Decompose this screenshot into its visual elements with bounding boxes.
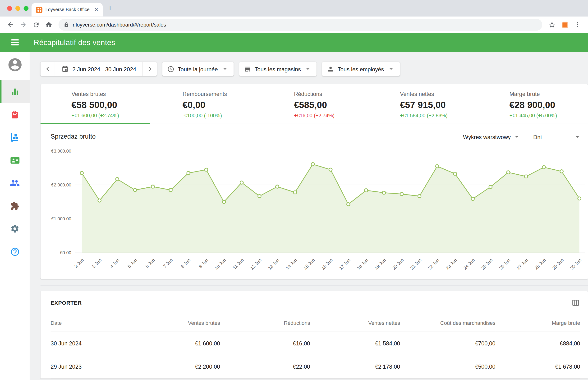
stat-label: Réductions: [294, 91, 335, 97]
chevron-down-icon: [221, 65, 229, 73]
secure-lock-icon[interactable]: [64, 22, 69, 27]
integrations-puzzle-icon: [10, 201, 20, 211]
col-gross-sales: Ventes brutes: [125, 314, 220, 332]
stat-tab-gross-sales[interactable]: Ventes brutes €58 500,00 +€1 600,00 (+2.…: [41, 84, 150, 124]
forward-icon[interactable]: [17, 19, 29, 31]
col-discounts: Réductions: [220, 314, 310, 332]
new-tab-button[interactable]: +: [108, 4, 112, 12]
stat-label: Ventes nettes: [400, 91, 448, 97]
sales-summary-card: Ventes brutes €58 500,00 +€1 600,00 (+2.…: [41, 84, 588, 279]
chart-period-select[interactable]: Dni: [533, 133, 581, 140]
table-row[interactable]: 29 Jun 2023 €2 200,00 €22,00 €2 178,00 €…: [51, 355, 580, 378]
stat-delta: +€1 600,00 (+2.74%): [71, 113, 119, 118]
svg-text:16 Jun: 16 Jun: [320, 258, 333, 270]
sidebar-item-customers[interactable]: [0, 149, 30, 171]
svg-text:9 Jun: 9 Jun: [198, 258, 209, 269]
stat-value: €28 900,00: [509, 100, 557, 110]
browser-toolbar: r.loyverse.com/dashboard/#/report/sales: [0, 17, 588, 33]
browser-window: Loyverse Back Office ✕ + r.loyverse.com/…: [0, 0, 588, 380]
date-range-button[interactable]: 2 Jun 2024 - 30 Jun 2024: [55, 62, 142, 76]
svg-text:23 Jun: 23 Jun: [445, 258, 458, 270]
app-header: Récapitulatif des ventes: [0, 33, 588, 52]
back-icon[interactable]: [4, 19, 17, 31]
svg-text:12 Jun: 12 Jun: [249, 258, 263, 270]
svg-text:10 Jun: 10 Jun: [214, 258, 227, 270]
svg-text:3 Jun: 3 Jun: [91, 258, 102, 269]
stat-tab-discounts[interactable]: Réductions €585,00 +€16,00 (+2.74%): [259, 84, 369, 124]
stat-tab-refunds[interactable]: Remboursements €0,00 -€100,00 (-100%): [150, 84, 260, 124]
svg-text:28 Jun: 28 Jun: [534, 258, 547, 270]
table-header-row: Date Ventes brutes Réductions Ventes net…: [51, 314, 580, 332]
browser-tab-strip: Loyverse Back Office ✕ +: [0, 0, 588, 17]
cell-cost-of-goods: €500,00: [400, 355, 495, 378]
browser-tab[interactable]: Loyverse Back Office ✕: [32, 3, 103, 17]
svg-text:14 Jun: 14 Jun: [285, 258, 298, 270]
employee-filter-dropdown[interactable]: Tous les employés: [322, 62, 400, 76]
stat-delta: +€1 584,00 (+2.83%): [400, 113, 448, 118]
col-net-sales: Ventes nettes: [310, 314, 400, 332]
main-content: 2 Jun 2024 - 30 Jun 2024 Toute la journé…: [30, 52, 588, 380]
chevron-down-icon: [387, 65, 395, 73]
svg-text:€3,000.00: €3,000.00: [51, 149, 71, 153]
sidebar-item-employees[interactable]: [0, 171, 30, 194]
stat-label: Marge brute: [509, 91, 557, 97]
employee-filter-label: Tous les employés: [338, 66, 384, 72]
sidebar: [0, 52, 30, 380]
store-filter-dropdown[interactable]: Tous les magasins: [239, 62, 317, 76]
browser-menu-kebab-icon[interactable]: [571, 19, 584, 31]
svg-text:25 Jun: 25 Jun: [480, 258, 493, 270]
stat-tab-gross-profit[interactable]: Marge brute €28 900,00 +€1 445,00 (+5.00…: [478, 84, 588, 124]
extension-icon[interactable]: [559, 19, 571, 31]
cell-gross-profit: €1 678,00: [495, 355, 580, 378]
table-row[interactable]: 30 Jun 2024 €1 600,00 €16,00 €1 584,00 €…: [51, 332, 580, 355]
sidebar-item-inventory[interactable]: [0, 126, 30, 149]
cell-gross-sales: €2 200,00: [125, 355, 220, 378]
url-bar[interactable]: r.loyverse.com/dashboard/#/report/sales: [59, 19, 542, 31]
chart-type-select[interactable]: Wykres warstwowy: [463, 133, 521, 140]
stats-tabs: Ventes brutes €58 500,00 +€1 600,00 (+2.…: [41, 84, 588, 124]
date-range-control: 2 Jun 2024 - 30 Jun 2024: [41, 62, 157, 76]
chart-type-label: Wykres warstwowy: [463, 133, 511, 140]
chevron-left-icon: [43, 65, 52, 73]
settings-gear-icon: [10, 224, 20, 234]
reports-bar-chart-icon: [10, 87, 20, 96]
previous-period-button[interactable]: [41, 62, 55, 76]
bookmark-star-icon[interactable]: [546, 19, 558, 31]
cell-date: 29 Jun 2023: [51, 355, 125, 378]
sidebar-item-settings[interactable]: [0, 217, 30, 240]
stat-value: €0,00: [182, 100, 227, 110]
time-filter-label: Toute la journée: [178, 66, 218, 72]
sidebar-item-help[interactable]: [0, 240, 30, 263]
svg-text:30 Jun: 30 Jun: [569, 258, 582, 270]
sidebar-item-integrations[interactable]: [0, 194, 30, 217]
reload-icon[interactable]: [30, 19, 42, 31]
next-period-button[interactable]: [142, 62, 157, 76]
stat-value: €58 500,00: [71, 100, 119, 110]
svg-text:26 Jun: 26 Jun: [498, 258, 511, 270]
cell-gross-profit: €884,00: [495, 332, 580, 355]
column-settings-icon[interactable]: [571, 299, 580, 307]
customers-contact-card-icon: [10, 155, 20, 165]
svg-text:24 Jun: 24 Jun: [463, 258, 476, 270]
sidebar-item-items[interactable]: [0, 103, 30, 126]
chart-period-label: Dni: [533, 133, 542, 140]
minimize-window-button[interactable]: [15, 6, 20, 11]
time-filter-dropdown[interactable]: Toute la journée: [162, 62, 234, 76]
svg-text:15 Jun: 15 Jun: [303, 258, 316, 270]
svg-text:€2,000.00: €2,000.00: [51, 182, 71, 187]
home-icon[interactable]: [43, 19, 55, 31]
svg-text:4 Jun: 4 Jun: [109, 258, 120, 269]
svg-text:11 Jun: 11 Jun: [232, 258, 245, 270]
help-icon: [10, 247, 20, 257]
export-button[interactable]: EXPORTER: [51, 300, 82, 306]
sidebar-item-reports[interactable]: [0, 80, 30, 103]
sidebar-item-account[interactable]: [7, 57, 22, 74]
stat-tab-net-sales[interactable]: Ventes nettes €57 915,00 +€1 584,00 (+2.…: [369, 84, 478, 124]
close-window-button[interactable]: [7, 6, 12, 11]
hamburger-menu-icon[interactable]: [0, 39, 30, 45]
svg-text:22 Jun: 22 Jun: [427, 258, 440, 270]
employees-people-icon: [10, 178, 20, 188]
close-tab-icon[interactable]: ✕: [94, 6, 99, 13]
zoom-window-button[interactable]: [24, 6, 29, 11]
svg-text:€1,000.00: €1,000.00: [51, 216, 71, 221]
